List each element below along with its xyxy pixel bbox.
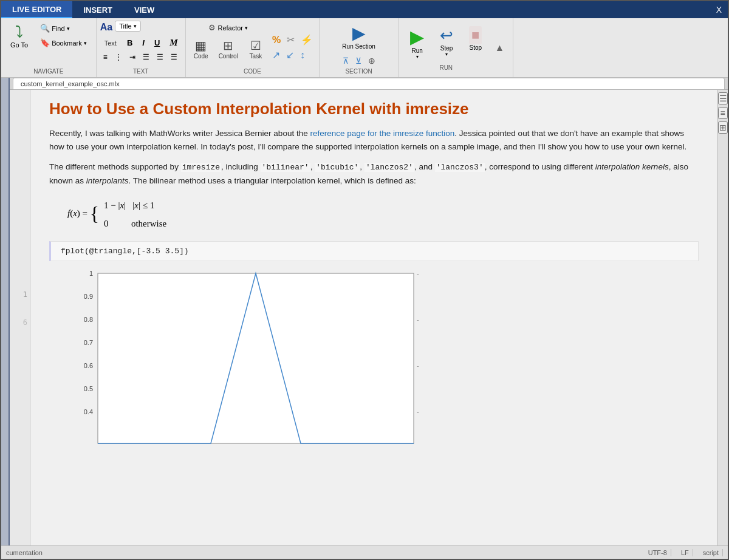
align-right-button[interactable]: ☰ (168, 52, 180, 63)
task-icon: ☑ (250, 38, 261, 53)
chart-area: 1 0.9 0.8 0.7 0.6 0.5 0.4 - - - (67, 267, 680, 456)
run-section-icon: ▶ (352, 23, 366, 43)
run-dropdown-icon: ▾ (416, 54, 419, 60)
bookmark-icon: 🔖 (40, 38, 50, 47)
collapse-button[interactable]: ▲ (492, 41, 507, 55)
task-button[interactable]: ☑ Task (244, 36, 267, 62)
step-button[interactable]: ↩ Step ▾ (432, 24, 461, 62)
svg-text:0.8: 0.8 (84, 316, 93, 323)
numbered-list-button[interactable]: ⋮ (112, 52, 125, 63)
stop-button[interactable]: ■ Stop (461, 24, 490, 62)
refactor-button[interactable]: ⚙ Refactor ▾ (203, 21, 253, 35)
code-group: ⚙ Refactor ▾ ▦ Code ⊞ Control (186, 18, 320, 77)
text-group: Aa Title ▾ Text B I U M ≡ (97, 18, 186, 77)
tab-view[interactable]: VIEW (123, 1, 165, 18)
indent-button[interactable]: ⇥ (126, 52, 139, 63)
code-block[interactable]: fplot(@triangle,[-3.5 3.5]) (49, 241, 699, 261)
tab-live-editor[interactable]: LIVE EDITOR (1, 1, 72, 18)
close-button[interactable]: X (710, 1, 728, 18)
line-number-6: 6 (13, 318, 27, 327)
bookmark-label: Bookmark (52, 39, 82, 47)
bookmark-button[interactable]: 🔖 Bookmark ▾ (36, 36, 91, 49)
main-window: LIVE EDITOR INSERT VIEW X ⤵ Go To 🔍 Find (0, 0, 729, 560)
title-dropdown-label: Title (119, 22, 131, 30)
editor-tabs: custom_kernel_example_osc.mlx (10, 78, 728, 90)
line-number-spacer (13, 96, 27, 290)
status-right: UTF-8 LF script (645, 549, 723, 556)
find-label: Find (52, 25, 64, 32)
text-button[interactable]: Text (100, 38, 121, 49)
control-label: Control (219, 53, 238, 60)
imresize-link[interactable]: reference page for the imresize function (310, 129, 454, 138)
lanczos3-code: 'lanczos3' (435, 163, 485, 172)
task-label: Task (250, 53, 262, 60)
text-group-label: TEXT (133, 67, 149, 75)
bullet-list-button[interactable]: ≡ (100, 52, 111, 63)
sidebar-toggle-3[interactable]: ⊞ (718, 121, 728, 134)
sidebar-toggle-2[interactable]: ≡ (718, 107, 728, 119)
svg-text:0.7: 0.7 (84, 339, 93, 346)
run-section-label: Run Section (342, 43, 375, 50)
run-group-label: RUN (402, 63, 490, 72)
sidebar-toggle-1[interactable]: ☰ (718, 92, 728, 104)
svg-text:-: - (417, 270, 419, 277)
code-icon: ▦ (195, 38, 207, 53)
bold-button[interactable]: B (123, 37, 136, 49)
navigate-top: ⤵ Go To 🔍 Find ▾ 🔖 Bookmark ▾ (6, 21, 91, 67)
italic-button[interactable]: I (139, 37, 148, 49)
file-tab[interactable]: custom_kernel_example_osc.mlx (13, 78, 725, 89)
imresize-code: imresize (181, 163, 221, 172)
goto-label: Go To (10, 41, 28, 49)
file-type-status: script (699, 549, 723, 556)
encoding-status: UTF-8 (645, 549, 671, 556)
refactor-icon: ⚙ (208, 23, 216, 32)
tab-insert[interactable]: INSERT (72, 1, 123, 18)
strikethrough-button[interactable]: M (166, 36, 181, 49)
math-case2: 0 otherwise (104, 214, 166, 233)
line-number-1: 1 (13, 290, 27, 299)
bookmark-dropdown-icon: ▾ (84, 40, 87, 46)
code-format-5[interactable]: ↙ (284, 48, 296, 62)
paragraph-1: Recently, I was talking with MathWorks w… (49, 127, 699, 153)
section-down-button[interactable]: ⊻ (353, 55, 364, 67)
interpolation-kernels-italic: interpolation kernels (595, 162, 669, 171)
align-center-button[interactable]: ☰ (154, 52, 166, 63)
right-sidebar: ☰ ≡ ⊞ (717, 90, 728, 545)
paragraph-2: The different methods supported by imres… (49, 160, 699, 187)
svg-rect-0 (98, 273, 414, 443)
title-dropdown[interactable]: Title ▾ (115, 21, 140, 32)
control-button[interactable]: ⊞ Control (215, 36, 242, 62)
code-format-2[interactable]: ✂ (284, 33, 297, 47)
svg-text:0.6: 0.6 (84, 362, 93, 369)
code-format-4[interactable]: ↗ (270, 48, 282, 62)
control-icon: ⊞ (223, 38, 233, 53)
math-fx: f (67, 208, 70, 218)
run-label: Run (411, 47, 422, 54)
line-ending-status: LF (677, 549, 693, 556)
code-button[interactable]: ▦ Code (190, 36, 213, 62)
underline-button[interactable]: U (151, 37, 163, 49)
navigate-group-label: NAVIGATE (33, 67, 63, 75)
search-icon: 🔍 (40, 24, 50, 33)
svg-text:-: - (417, 362, 419, 369)
math-x: x (73, 208, 77, 218)
section-group-label: SECTION (345, 67, 372, 75)
bicubic-code: 'bicubic' (315, 163, 360, 172)
run-section-button[interactable]: ▶ Run Section (335, 21, 382, 52)
svg-text:0.5: 0.5 (84, 385, 93, 392)
step-dropdown-icon: ▾ (445, 52, 448, 57)
section-add-button[interactable]: ⊕ (366, 55, 378, 67)
align-left-button[interactable]: ☰ (140, 52, 152, 63)
section-up-button[interactable]: ⊼ (340, 55, 351, 67)
code-format-3[interactable]: ⚡ (298, 33, 315, 47)
code-format-6[interactable]: ↕ (298, 48, 307, 62)
find-button[interactable]: 🔍 Find ▾ (36, 22, 91, 35)
run-button[interactable]: ▶ Run ▾ (402, 24, 432, 62)
svg-text:-: - (417, 316, 419, 323)
documentation-label: cumentation (6, 549, 43, 556)
line-numbers: 1 6 (10, 90, 31, 545)
code-format-1[interactable]: % (270, 33, 283, 47)
left-narrow-sidebar (1, 78, 10, 545)
navigate-group: ⤵ Go To 🔍 Find ▾ 🔖 Bookmark ▾ (1, 18, 97, 77)
goto-button[interactable]: ⤵ Go To (6, 21, 32, 50)
